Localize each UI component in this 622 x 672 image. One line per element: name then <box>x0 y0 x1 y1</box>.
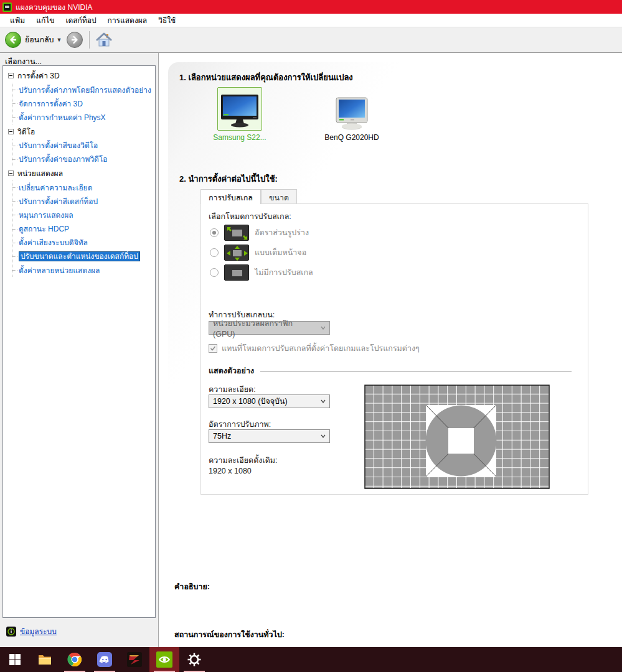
taskbar <box>0 647 622 672</box>
radio-full-screen <box>210 248 219 257</box>
tree-item-rotate-display[interactable]: หมุนการแสดงผล <box>12 208 154 222</box>
override-scaling-checkbox <box>209 344 217 353</box>
sidebar: เลือกงาน... การตั้งค่า 3D ปรับการตั้งค่า… <box>0 53 159 647</box>
tree-category-display[interactable]: หน่วยแสดงผล <box>4 166 154 180</box>
chrome-button[interactable] <box>60 647 90 672</box>
chevron-down-icon <box>321 434 326 439</box>
refresh-rate-select[interactable]: 75Hz <box>209 429 330 443</box>
scaling-preview-image <box>364 385 550 491</box>
tree-item-digital-audio[interactable]: ตั้งค่าเสียงระบบดิจิทัล <box>12 236 154 250</box>
main-content: 1. เลือกหน่วยแสดงผลที่คุณต้องการให้เปลี่… <box>159 53 622 647</box>
description-label: คำอธิบาย: <box>174 581 210 593</box>
forward-button[interactable] <box>67 32 83 48</box>
scaling-mode-full-screen: แบบเต็มหน้าจอ <box>210 245 306 261</box>
collapse-icon[interactable] <box>8 170 14 176</box>
settings-tabs: การปรับสเกล ขนาด <box>200 189 297 204</box>
no-scaling-icon <box>224 264 249 281</box>
menu-help[interactable]: วิธีใช้ <box>153 13 181 27</box>
monitor-crt-icon <box>336 97 368 131</box>
nvidia-icon <box>156 651 173 668</box>
scaling-panel: เลือกโหมดการปรับสเกล: อัตราส่วนรูปร่าง แ… <box>200 203 588 495</box>
radio-no-scaling <box>210 268 219 277</box>
tree-item-desktop-size-position[interactable]: ปรับขนาดและตำแหน่งของเดสก์ท็อป <box>12 250 154 263</box>
mode-label: ไม่มีการปรับสเกล <box>255 266 313 279</box>
chevron-down-icon <box>321 325 326 330</box>
monitor-widescreen-icon <box>220 94 259 129</box>
collapse-icon[interactable] <box>8 129 14 134</box>
collapse-icon[interactable] <box>8 73 14 78</box>
perform-scaling-on-select: หน่วยประมวลผลกราฟิก (GPU) <box>209 321 330 335</box>
settings-button[interactable] <box>179 647 209 672</box>
menu-file[interactable]: แฟ้ม <box>5 13 30 27</box>
gear-icon <box>186 651 202 668</box>
window-title: แผงควบคุมของ NVIDIA <box>16 1 93 13</box>
tree-item-manage-3d-settings[interactable]: จัดการการตั้งค่า 3D <box>12 96 154 110</box>
back-icon <box>9 35 17 44</box>
resolution-label: ความละเอียด: <box>209 383 256 396</box>
scenario-label: สถานการณ์ของการใช้งานทั่วไป: <box>174 628 285 641</box>
preview-divider <box>260 371 572 371</box>
tab-scaling[interactable]: การปรับสเกล <box>200 189 261 204</box>
back-dropdown-caret[interactable]: ▼ <box>57 37 62 43</box>
mode-label: อัตราส่วนรูปร่าง <box>255 226 309 239</box>
display-samsung[interactable]: Samsung S22... <box>205 87 274 142</box>
home-button[interactable] <box>96 32 112 48</box>
display-benq[interactable]: BenQ G2020HD <box>318 87 386 142</box>
nvidia-settings-button[interactable] <box>149 647 179 672</box>
menu-edit[interactable]: แก้ไข <box>31 13 59 27</box>
tree-item-multiple-displays[interactable]: ตั้งค่าหลายหน่วยแสดงผล <box>12 263 154 277</box>
step2-title: 2. นำการตั้งค่าต่อไปนี้ไปใช้: <box>179 172 278 185</box>
back-button-label[interactable]: ย้อนกลับ <box>25 34 54 46</box>
toolbar-separator <box>89 31 90 49</box>
tree-item-video-image[interactable]: ปรับการตั้งค่าของภาพวิดีโอ <box>12 152 154 166</box>
forward-icon <box>70 35 79 44</box>
menubar: แฟ้ม แก้ไข เดสก์ท็อป การแสดงผล วิธีใช้ <box>0 14 622 27</box>
radio-aspect-ratio <box>210 228 219 237</box>
full-screen-icon <box>224 245 249 261</box>
file-explorer-icon <box>37 652 52 667</box>
discord-icon <box>97 651 113 668</box>
refresh-rate-label: อัตราการปรับภาพ: <box>209 418 271 431</box>
file-explorer-button[interactable] <box>30 647 60 672</box>
task-tree: การตั้งค่า 3D ปรับการตั้งค่าภาพโดยมีการแ… <box>2 65 156 618</box>
override-scaling-checkbox-row: แทนที่โหมดการปรับสเกลที่ตั้งค่าโดยเกมและ… <box>209 342 420 355</box>
chrome-icon <box>67 651 83 668</box>
display-name: BenQ G2020HD <box>324 133 379 142</box>
preview-header: แสดงตัวอย่าง <box>209 365 572 377</box>
tree-item-desktop-color[interactable]: ปรับการตั้งค่าสีเดสก์ท็อป <box>12 194 154 208</box>
system-info-icon <box>6 627 16 637</box>
menu-display[interactable]: การแสดงผล <box>103 13 153 27</box>
tab-size[interactable]: ขนาด <box>261 189 297 203</box>
tree-category-3d-settings[interactable]: การตั้งค่า 3D <box>4 68 154 83</box>
start-button[interactable] <box>0 647 30 672</box>
native-resolution-label: ความละเอียดดั้งเดิม: <box>209 454 278 467</box>
discord-button[interactable] <box>90 647 120 672</box>
back-button[interactable] <box>5 32 21 48</box>
chevron-down-icon <box>321 399 326 404</box>
resolution-select[interactable]: 1920 x 1080 (ปัจจุบัน) <box>209 394 330 408</box>
check-icon <box>210 345 216 352</box>
menu-desktop[interactable]: เดสก์ท็อป <box>60 13 101 27</box>
scaling-mode-label: เลือกโหมดการปรับสเกล: <box>209 210 291 223</box>
mode-label: แบบเต็มหน้าจอ <box>255 246 306 259</box>
game-icon <box>126 651 143 668</box>
native-resolution-value: 1920 x 1080 <box>209 467 252 475</box>
scaling-mode-aspect-ratio: อัตราส่วนรูปร่าง <box>210 225 309 241</box>
tree-item-adjust-image-preview[interactable]: ปรับการตั้งค่าภาพโดยมีการแสดงตัวอย่าง <box>12 83 154 96</box>
aspect-ratio-icon <box>224 225 249 241</box>
titlebar: แผงควบคุมของ NVIDIA <box>0 0 622 14</box>
system-info-link[interactable]: ข้อมูลระบบ <box>20 625 57 637</box>
step1-title: 1. เลือกหน่วยแสดงผลที่คุณต้องการให้เปลี่… <box>179 71 353 84</box>
tree-category-video[interactable]: วิดีโอ <box>4 124 154 139</box>
tree-item-hdcp-status[interactable]: ดูสถานะ HDCP <box>12 222 154 236</box>
home-icon <box>96 32 112 48</box>
display-name: Samsung S22... <box>213 133 266 142</box>
tree-item-change-resolution[interactable]: เปลี่ยนค่าความละเอียด <box>12 180 154 194</box>
windows-logo-icon <box>9 653 21 666</box>
toolbar: ย้อนกลับ ▼ <box>0 27 622 53</box>
game-app-button[interactable] <box>120 647 149 672</box>
settings-card: 1. เลือกหน่วยแสดงผลที่คุณต้องการให้เปลี่… <box>168 62 622 523</box>
scaling-mode-no-scaling: ไม่มีการปรับสเกล <box>210 264 313 281</box>
tree-item-video-color[interactable]: ปรับการตั้งค่าสีของวิดีโอ <box>12 139 154 152</box>
tree-item-physx-config[interactable]: ตั้งค่าการกำหนดค่า PhysX <box>12 110 154 124</box>
